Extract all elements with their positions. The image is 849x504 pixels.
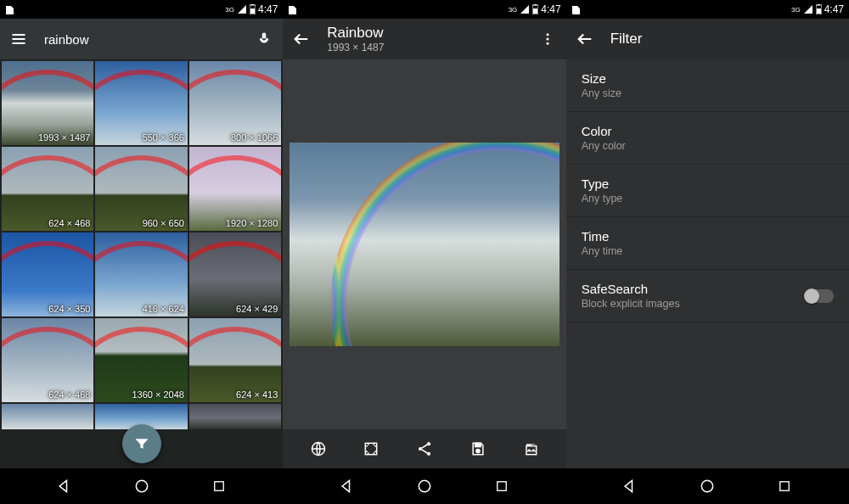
image-thumb[interactable]: 624 × 429 xyxy=(189,232,281,316)
image-thumb[interactable]: 800 × 1066 xyxy=(189,61,281,145)
image-thumb[interactable] xyxy=(189,404,281,429)
image-thumb[interactable]: 624 × 413 xyxy=(189,318,281,402)
clock-label: 4:47 xyxy=(258,3,278,15)
battery-icon xyxy=(532,4,538,14)
filter-title: Filter xyxy=(610,31,643,48)
image-thumb[interactable]: 624 × 468 xyxy=(2,318,93,402)
android-navbar xyxy=(566,468,849,504)
filter-title-text: Time xyxy=(582,229,623,244)
filter-item-color[interactable]: ColorAny color xyxy=(566,112,849,165)
thumb-dimensions: 1360 × 2048 xyxy=(132,389,183,400)
signal-icon xyxy=(237,4,247,14)
signal-icon xyxy=(520,4,530,14)
filter-item-time[interactable]: TimeAny time xyxy=(566,217,849,270)
battery-icon xyxy=(250,4,256,14)
gallery-icon[interactable] xyxy=(520,439,541,459)
detail-appbar: Rainbow 1993 × 1487 xyxy=(283,19,565,59)
status-bar: 3G 4:47 xyxy=(0,0,283,19)
image-thumb[interactable]: 550 × 366 xyxy=(95,61,187,145)
filter-sub-text: Any time xyxy=(582,245,623,257)
sdcard-icon xyxy=(571,4,581,15)
nav-recent-icon[interactable] xyxy=(492,477,511,496)
android-navbar xyxy=(283,468,565,504)
svg-point-17 xyxy=(476,449,480,452)
svg-point-19 xyxy=(419,480,430,491)
nav-back-icon[interactable] xyxy=(621,477,639,496)
filter-title-text: Type xyxy=(582,176,623,191)
nav-home-icon[interactable] xyxy=(415,477,434,496)
search-appbar xyxy=(0,19,283,59)
image-thumb[interactable]: 1360 × 2048 xyxy=(95,318,187,402)
menu-icon[interactable] xyxy=(8,29,29,49)
detail-image xyxy=(290,143,559,346)
filter-appbar: Filter xyxy=(566,19,849,59)
nav-back-icon[interactable] xyxy=(338,477,357,496)
svg-rect-12 xyxy=(366,443,377,454)
panel-image-detail: 3G 4:47 Rainbow 1993 × 1487 xyxy=(283,0,565,504)
filter-sub-text: Any type xyxy=(582,193,623,204)
image-thumb[interactable]: 624 × 350 xyxy=(2,232,93,316)
thumb-dimensions: 1920 × 1280 xyxy=(226,218,278,228)
thumb-dimensions: 550 × 366 xyxy=(143,132,184,143)
wallpaper-icon[interactable] xyxy=(361,439,381,459)
save-icon[interactable] xyxy=(468,439,488,459)
nav-home-icon[interactable] xyxy=(132,477,151,496)
sdcard-icon xyxy=(5,4,14,15)
filter-item-size[interactable]: SizeAny size xyxy=(566,59,849,112)
svg-rect-20 xyxy=(498,482,507,491)
back-icon[interactable] xyxy=(291,29,312,49)
detail-action-bar xyxy=(283,429,565,468)
filter-title-text: Size xyxy=(582,71,621,86)
nav-recent-icon[interactable] xyxy=(210,477,228,496)
back-icon[interactable] xyxy=(575,29,595,49)
filter-sub-text: Block explicit images xyxy=(582,298,680,310)
network-label: 3G xyxy=(225,6,234,14)
globe-icon[interactable] xyxy=(308,439,329,459)
svg-rect-6 xyxy=(534,4,537,5)
detail-image-area[interactable] xyxy=(283,59,565,429)
overflow-menu-icon[interactable] xyxy=(537,29,558,49)
clock-label: 4:47 xyxy=(541,3,560,15)
svg-rect-4 xyxy=(215,482,224,491)
svg-rect-25 xyxy=(780,482,790,491)
filter-title-text: SafeSearch xyxy=(582,282,680,296)
panel-filter: 3G 4:47 Filter SizeAny size ColorAny col… xyxy=(566,0,849,504)
filter-sub-text: Any color xyxy=(582,140,626,152)
sdcard-icon xyxy=(288,4,297,15)
detail-subtitle: 1993 × 1487 xyxy=(327,42,384,53)
thumb-dimensions: 624 × 350 xyxy=(48,304,90,314)
nav-back-icon[interactable] xyxy=(55,477,74,496)
network-label: 3G xyxy=(791,6,801,14)
image-thumb[interactable]: 416 × 624 xyxy=(95,232,187,316)
nav-recent-icon[interactable] xyxy=(775,477,794,496)
filter-item-safesearch[interactable]: SafeSearchBlock explicit images xyxy=(566,270,849,322)
mic-icon[interactable] xyxy=(254,29,274,49)
svg-point-9 xyxy=(546,38,548,41)
image-thumb[interactable]: 1993 × 1487 xyxy=(2,61,93,145)
image-thumb[interactable]: 960 × 650 xyxy=(95,147,187,231)
svg-rect-2 xyxy=(250,8,255,14)
svg-point-8 xyxy=(546,33,548,36)
svg-rect-22 xyxy=(818,4,820,5)
thumb-dimensions: 800 × 1066 xyxy=(231,132,278,143)
svg-rect-7 xyxy=(533,8,537,14)
filter-list: SizeAny size ColorAny color TypeAny type… xyxy=(566,59,849,468)
status-bar: 3G 4:47 xyxy=(283,0,565,19)
network-label: 3G xyxy=(509,6,518,14)
safesearch-toggle[interactable] xyxy=(805,289,834,303)
thumb-dimensions: 624 × 429 xyxy=(236,304,278,314)
nav-home-icon[interactable] xyxy=(698,477,717,496)
battery-icon xyxy=(816,4,822,14)
svg-rect-1 xyxy=(251,4,254,5)
share-icon[interactable] xyxy=(414,439,435,459)
filter-item-type[interactable]: TypeAny type xyxy=(566,165,849,217)
filter-fab[interactable] xyxy=(122,424,161,463)
clock-label: 4:47 xyxy=(824,3,844,15)
image-thumb[interactable]: 624 × 468 xyxy=(2,147,93,231)
image-thumb[interactable]: 1920 × 1280 xyxy=(189,147,281,231)
signal-icon xyxy=(803,4,813,14)
svg-point-3 xyxy=(136,480,147,491)
search-input[interactable] xyxy=(44,32,239,47)
image-thumb[interactable] xyxy=(2,404,93,429)
filter-sub-text: Any size xyxy=(582,87,621,99)
